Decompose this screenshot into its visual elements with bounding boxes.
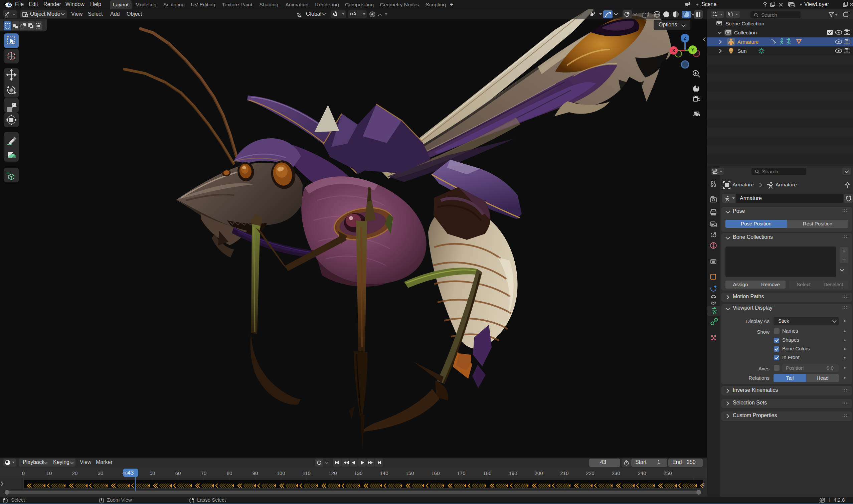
svg-text:Collection: Collection [734, 30, 757, 35]
svg-text:43: 43 [128, 470, 133, 475]
svg-text:Y: Y [691, 48, 694, 52]
svg-text:Armature: Armature [738, 39, 759, 45]
svg-text:Scene Collection: Scene Collection [725, 21, 764, 26]
svg-text:Sun: Sun [738, 48, 747, 54]
svg-text:Z: Z [684, 36, 686, 41]
svg-text:X: X [672, 48, 675, 53]
